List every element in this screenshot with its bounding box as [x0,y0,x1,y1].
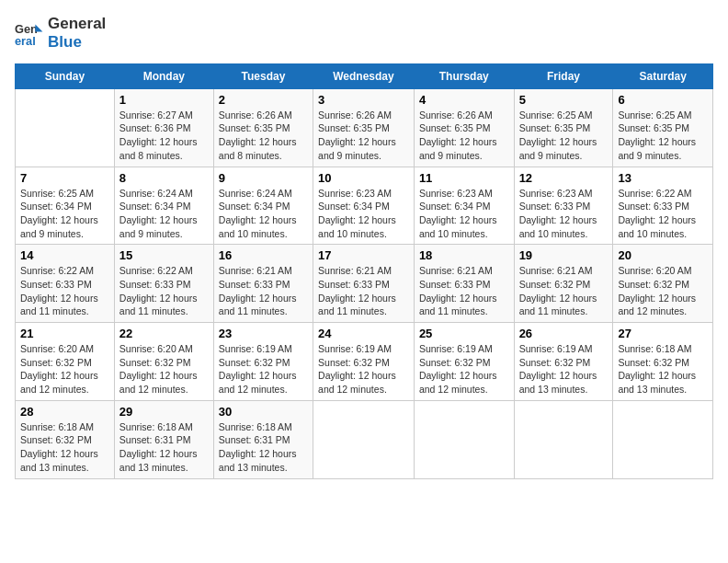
day-number: 25 [419,327,509,340]
calendar-cell: 8 Sunrise: 6:24 AMSunset: 6:34 PMDayligh… [114,167,213,245]
day-number: 1 [119,93,209,107]
day-header-tuesday: Tuesday [213,63,313,88]
calendar-cell: 22 Sunrise: 6:20 AMSunset: 6:32 PMDaylig… [114,323,213,401]
day-info: Sunrise: 6:26 AMSunset: 6:35 PMDaylight:… [219,109,308,163]
day-header-thursday: Thursday [414,63,514,88]
calendar-cell: 4 Sunrise: 6:26 AMSunset: 6:35 PMDayligh… [414,88,514,167]
calendar-cell: 25 Sunrise: 6:19 AMSunset: 6:32 PMDaylig… [414,323,514,401]
week-row-1: 1 Sunrise: 6:27 AMSunset: 6:36 PMDayligh… [16,88,713,167]
day-info: Sunrise: 6:24 AMSunset: 6:34 PMDaylight:… [119,187,209,241]
day-number: 12 [519,171,609,185]
calendar-cell: 13 Sunrise: 6:22 AMSunset: 6:33 PMDaylig… [613,167,713,245]
calendar-cell: 29 Sunrise: 6:18 AMSunset: 6:31 PMDaylig… [114,400,213,478]
day-number: 13 [618,171,708,185]
day-info: Sunrise: 6:19 AMSunset: 6:32 PMDaylight:… [519,342,609,396]
day-info: Sunrise: 6:18 AMSunset: 6:32 PMDaylight:… [20,420,109,475]
calendar-cell: 23 Sunrise: 6:19 AMSunset: 6:32 PMDaylig… [213,323,313,401]
day-info: Sunrise: 6:20 AMSunset: 6:32 PMDaylight:… [20,342,109,396]
day-info: Sunrise: 6:20 AMSunset: 6:32 PMDaylight:… [119,342,209,396]
day-number: 7 [20,171,109,185]
week-row-2: 7 Sunrise: 6:25 AMSunset: 6:34 PMDayligh… [16,167,713,245]
calendar-cell: 2 Sunrise: 6:26 AMSunset: 6:35 PMDayligh… [213,88,313,167]
logo-icon: Gen eral [15,18,44,48]
day-info: Sunrise: 6:27 AMSunset: 6:36 PMDaylight:… [119,109,209,163]
day-info: Sunrise: 6:23 AMSunset: 6:33 PMDaylight:… [519,187,609,241]
day-info: Sunrise: 6:25 AMSunset: 6:34 PMDaylight:… [20,187,109,241]
day-info: Sunrise: 6:18 AMSunset: 6:31 PMDaylight:… [219,420,308,475]
calendar-cell: 16 Sunrise: 6:21 AMSunset: 6:33 PMDaylig… [213,245,313,323]
calendar-cell: 27 Sunrise: 6:18 AMSunset: 6:32 PMDaylig… [613,323,713,401]
day-info: Sunrise: 6:26 AMSunset: 6:35 PMDaylight:… [419,109,509,163]
calendar-cell: 9 Sunrise: 6:24 AMSunset: 6:34 PMDayligh… [213,167,313,245]
day-info: Sunrise: 6:21 AMSunset: 6:32 PMDaylight:… [519,264,609,318]
day-number: 17 [318,248,409,262]
day-info: Sunrise: 6:25 AMSunset: 6:35 PMDaylight:… [618,109,708,163]
calendar-table: SundayMondayTuesdayWednesdayThursdayFrid… [15,63,713,479]
day-info: Sunrise: 6:20 AMSunset: 6:32 PMDaylight:… [618,264,708,318]
day-info: Sunrise: 6:22 AMSunset: 6:33 PMDaylight:… [618,187,708,241]
day-number: 16 [219,248,308,262]
day-number: 14 [20,248,109,262]
calendar-cell: 11 Sunrise: 6:23 AMSunset: 6:34 PMDaylig… [414,167,514,245]
calendar-cell: 26 Sunrise: 6:19 AMSunset: 6:32 PMDaylig… [514,323,613,401]
day-number: 18 [419,248,509,262]
day-info: Sunrise: 6:21 AMSunset: 6:33 PMDaylight:… [219,264,308,318]
day-info: Sunrise: 6:21 AMSunset: 6:33 PMDaylight:… [419,264,509,318]
day-number: 6 [618,93,708,107]
calendar-cell: 17 Sunrise: 6:21 AMSunset: 6:33 PMDaylig… [313,245,415,323]
day-number: 8 [119,171,209,185]
calendar-cell [16,88,115,167]
day-number: 10 [318,171,409,185]
week-row-4: 21 Sunrise: 6:20 AMSunset: 6:32 PMDaylig… [16,323,713,401]
calendar-cell: 18 Sunrise: 6:21 AMSunset: 6:33 PMDaylig… [414,245,514,323]
calendar-cell: 21 Sunrise: 6:20 AMSunset: 6:32 PMDaylig… [16,323,115,401]
calendar-cell: 30 Sunrise: 6:18 AMSunset: 6:31 PMDaylig… [213,400,313,478]
day-number: 27 [618,327,708,340]
calendar-cell: 12 Sunrise: 6:23 AMSunset: 6:33 PMDaylig… [514,167,613,245]
calendar-cell [313,400,415,478]
day-number: 11 [419,171,509,185]
day-number: 30 [219,405,308,419]
day-number: 22 [119,327,209,340]
day-number: 9 [219,171,308,185]
day-info: Sunrise: 6:24 AMSunset: 6:34 PMDaylight:… [219,187,308,241]
calendar-cell: 24 Sunrise: 6:19 AMSunset: 6:32 PMDaylig… [313,323,415,401]
day-header-sunday: Sunday [16,63,115,88]
day-info: Sunrise: 6:22 AMSunset: 6:33 PMDaylight:… [119,264,209,318]
calendar-cell: 1 Sunrise: 6:27 AMSunset: 6:36 PMDayligh… [114,88,213,167]
week-row-3: 14 Sunrise: 6:22 AMSunset: 6:33 PMDaylig… [16,245,713,323]
day-info: Sunrise: 6:21 AMSunset: 6:33 PMDaylight:… [318,264,409,318]
calendar-cell: 7 Sunrise: 6:25 AMSunset: 6:34 PMDayligh… [16,167,115,245]
day-number: 28 [20,405,109,419]
day-header-monday: Monday [114,63,213,88]
day-number: 29 [119,405,209,419]
day-info: Sunrise: 6:26 AMSunset: 6:35 PMDaylight:… [318,109,409,163]
day-number: 23 [219,327,308,340]
day-info: Sunrise: 6:23 AMSunset: 6:34 PMDaylight:… [419,187,509,241]
calendar-cell [514,400,613,478]
page-header: Gen eral General Blue [15,15,713,52]
calendar-cell: 3 Sunrise: 6:26 AMSunset: 6:35 PMDayligh… [313,88,415,167]
day-info: Sunrise: 6:19 AMSunset: 6:32 PMDaylight:… [219,342,308,396]
day-number: 4 [419,93,509,107]
calendar-cell: 19 Sunrise: 6:21 AMSunset: 6:32 PMDaylig… [514,245,613,323]
day-number: 5 [519,93,609,107]
day-number: 21 [20,327,109,340]
day-header-wednesday: Wednesday [313,63,415,88]
calendar-cell: 14 Sunrise: 6:22 AMSunset: 6:33 PMDaylig… [16,245,115,323]
logo: Gen eral General Blue [15,15,106,52]
calendar-cell: 10 Sunrise: 6:23 AMSunset: 6:34 PMDaylig… [313,167,415,245]
day-number: 2 [219,93,308,107]
day-number: 3 [318,93,409,107]
day-header-saturday: Saturday [613,63,713,88]
day-number: 15 [119,248,209,262]
calendar-cell: 5 Sunrise: 6:25 AMSunset: 6:35 PMDayligh… [514,88,613,167]
day-number: 19 [519,248,609,262]
day-number: 20 [618,248,708,262]
day-info: Sunrise: 6:18 AMSunset: 6:32 PMDaylight:… [618,342,708,396]
day-number: 26 [519,327,609,340]
day-info: Sunrise: 6:23 AMSunset: 6:34 PMDaylight:… [318,187,409,241]
day-header-friday: Friday [514,63,613,88]
logo-blue: Blue [48,33,106,52]
calendar-cell [414,400,514,478]
